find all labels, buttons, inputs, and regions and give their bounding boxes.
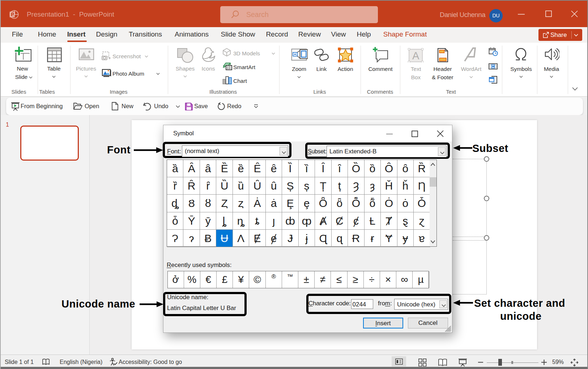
svg-text:P: P bbox=[11, 12, 14, 17]
svg-text:A: A bbox=[412, 50, 419, 62]
